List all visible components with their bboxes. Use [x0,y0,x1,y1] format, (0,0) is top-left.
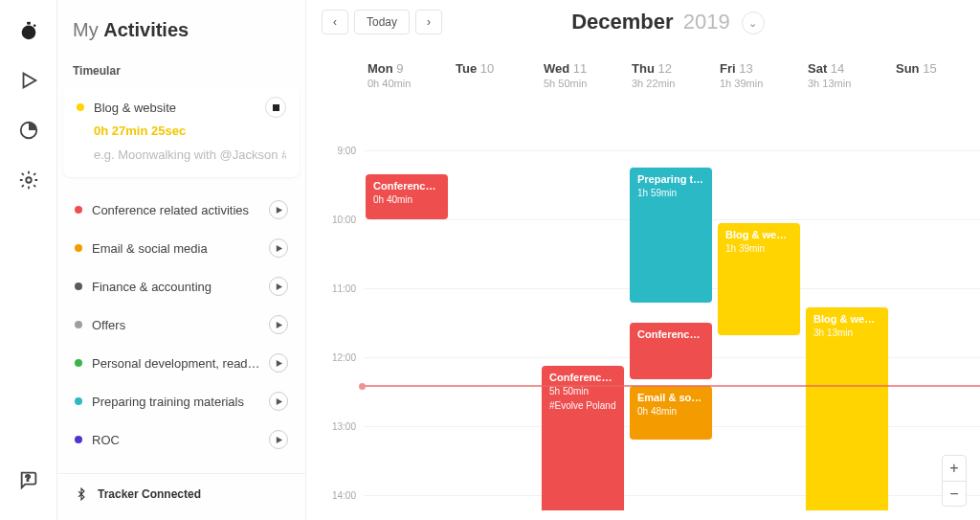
event-duration: 1h 39min [725,243,792,256]
now-line [364,385,980,387]
settings-icon[interactable] [17,169,40,192]
activity-label: Email & social media [92,241,269,256]
activity-color-dot [75,397,82,405]
help-icon[interactable]: ? [17,468,40,491]
hour-label: 13:00 [332,421,356,432]
day-total: 3h 13min [808,78,888,89]
svg-marker-3 [23,74,35,88]
event-prep[interactable]: Preparing trai…1h 59min [630,168,712,303]
svg-marker-9 [276,283,281,289]
note-input[interactable] [77,146,286,164]
svg-marker-13 [276,436,281,442]
track-icon[interactable] [17,19,40,42]
zoom-in-button[interactable]: + [943,456,966,481]
hour-label: 10:00 [332,215,356,225]
page-title: My Activities [73,19,290,41]
svg-marker-7 [276,206,281,213]
event-title: Conference re… [373,180,440,193]
activity-label: Offers [92,318,269,332]
activity-color-dot [77,103,84,111]
tracker-status: Tracker Connected [57,473,305,520]
day-header[interactable]: Tue 10 [452,61,540,99]
event-tag: #Evolve Poland [549,400,616,413]
activity-item-conf[interactable]: Conference related activities [63,191,300,229]
active-activity-name: Blog & website [94,101,176,115]
play-button[interactable] [269,430,288,449]
activity-color-dot [75,359,82,367]
event-title: Preparing trai… [637,173,704,187]
year: 2019 [683,10,730,34]
activity-label: Conference related activities [92,203,269,217]
today-button[interactable]: Today [354,10,410,34]
activity-color-dot [75,436,82,443]
svg-marker-10 [276,321,281,328]
bluetooth-icon [75,487,88,501]
active-timer: 0h 27min 25sec [94,124,286,138]
stop-button[interactable] [265,97,286,118]
day-header[interactable]: Sun 15 [892,61,980,99]
svg-rect-2 [33,24,35,27]
activity-label: Personal development, read… [92,356,269,371]
event-duration: 0h 40min [373,194,440,207]
hour-label: 11:00 [332,283,356,294]
event-conf[interactable]: Conference re…0h 40min [366,174,448,218]
prev-week-button[interactable]: ‹ [322,10,348,34]
svg-marker-8 [276,244,281,251]
event-duration: 0h 48min [637,406,704,418]
day-total: 0h 40min [368,78,448,89]
next-week-button[interactable]: › [415,10,442,34]
event-duration: 3h 13min [813,328,880,340]
play-button[interactable] [269,392,288,411]
event-duration: 1h 59min [637,188,704,200]
day-header[interactable]: Thu 12 3h 22min [628,61,716,99]
activity-color-dot [75,244,82,252]
day-total: 3h 22min [632,78,712,89]
play-button[interactable] [269,315,288,334]
zoom-out-button[interactable]: − [943,481,966,506]
activity-item-offers[interactable]: Offers [63,305,300,344]
event-title: Email & social … [637,392,704,405]
event-blog[interactable]: Blog & website1h 39min [718,223,800,335]
stop-icon [273,104,279,111]
day-header[interactable]: Fri 13 1h 39min [716,61,804,99]
zoom-control: + − [942,455,967,507]
event-title: Conference re… [637,328,704,342]
hour-gutter: 9:0010:0011:0012:0013:0014:00 [306,99,364,510]
play-button[interactable] [269,200,288,219]
sidebar: My Activities Timeular Blog & website 0h… [57,0,306,520]
event-conf[interactable]: Conference re… [630,323,712,379]
svg-marker-12 [276,397,281,404]
tracker-label: Tracker Connected [98,487,201,501]
activity-item-roc[interactable]: ROC [63,420,300,459]
day-header[interactable]: Mon 9 0h 40min [364,61,452,99]
event-blog[interactable]: Blog & website3h 13min [806,307,888,510]
calendar-grid: 9:0010:0011:0012:0013:0014:00 Conference… [306,99,980,510]
activity-label: Preparing training materials [92,395,269,409]
month-picker-button[interactable]: ⌄ [742,11,765,34]
month-label: December 2019 ⌄ [448,10,888,34]
activity-item-finance[interactable]: Finance & accounting [63,267,300,305]
event-title: Conference re… [549,372,616,385]
activity-label: Finance & accounting [92,280,269,294]
svg-point-5 [26,177,32,183]
svg-text:?: ? [25,473,30,483]
play-button[interactable] [269,353,288,373]
title-bold: Activities [103,19,189,40]
activity-list: Conference related activities Email & so… [63,191,300,459]
play-button[interactable] [269,277,288,296]
svg-marker-11 [276,359,281,366]
active-activity-card: Blog & website 0h 27min 25sec [63,85,300,177]
insights-icon[interactable] [17,119,40,142]
calendar: ‹ Today › December 2019 ⌄ Mon 9 0h 40min… [306,0,980,520]
play-button[interactable] [269,238,288,258]
activity-item-personal[interactable]: Personal development, read… [63,344,300,382]
day-header[interactable]: Sat 14 3h 13min [804,61,892,99]
grid-body[interactable]: Conference re…0h 40minConference re…5h 5… [364,99,980,510]
event-conf[interactable]: Conference re…5h 50min#Evolve Poland [542,366,624,510]
activity-item-prep[interactable]: Preparing training materials [63,382,300,420]
reports-icon[interactable] [17,69,40,92]
event-email[interactable]: Email & social …0h 48min [630,386,712,440]
activity-item-email[interactable]: Email & social media [63,229,300,267]
hour-label: 12:00 [332,352,356,363]
day-header[interactable]: Wed 11 5h 50min [540,61,628,99]
